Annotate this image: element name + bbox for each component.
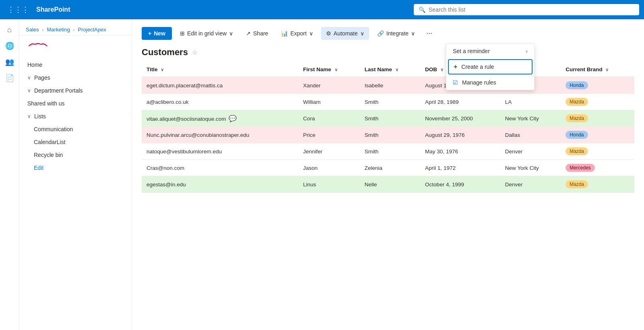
edit-grid-button[interactable]: ⊞ Edit in grid view ∨ [175, 27, 238, 40]
nav-shared-with-us[interactable]: Shared with us [19, 97, 132, 110]
new-button[interactable]: + New [142, 27, 172, 40]
col-brand-label: Current Brand [566, 66, 603, 72]
globe-icon-btn[interactable]: 🌐 [2, 39, 17, 53]
cell-lastname[interactable]: Nelle [360, 176, 420, 193]
cell-brand[interactable]: Mercedes [561, 160, 634, 176]
nav-communication[interactable]: Communication [19, 123, 132, 136]
automate-button[interactable]: ⚙ Automate ∨ [321, 27, 369, 40]
cell-lastname[interactable]: Zelenia [360, 160, 420, 176]
cell-office[interactable]: New York City [500, 110, 561, 127]
firstname-sort-icon: ∨ [334, 67, 338, 72]
cell-brand[interactable]: Honda [561, 127, 634, 143]
cell-firstname[interactable]: Jennifer [298, 143, 360, 160]
nav-home[interactable]: Home [19, 58, 132, 71]
share-button[interactable]: ↗ Share [241, 27, 273, 40]
search-input[interactable] [429, 6, 634, 13]
waffle-icon[interactable]: ⋮⋮⋮ [5, 3, 31, 16]
cell-brand[interactable]: Mazda [561, 176, 634, 193]
table-header-row: Title ∨ First Name ∨ Last Name ∨ DOB ∨ [142, 62, 634, 77]
cell-dob[interactable]: October 4, 1999 [420, 176, 500, 193]
search-icon: 🔍 [419, 6, 425, 13]
cell-email[interactable]: natoque@vestibulumlorem.edu [142, 143, 298, 160]
cell-brand[interactable]: Mazda [561, 94, 634, 110]
cell-firstname[interactable]: Linus [298, 176, 360, 193]
share-icon: ↗ [246, 30, 251, 37]
col-header-brand[interactable]: Current Brand ∨ [561, 62, 634, 77]
breadcrumb-projectapex[interactable]: ProjectApex [78, 27, 106, 33]
table-row[interactable]: a@aclibero.co.uk William Smith April 28,… [142, 94, 634, 110]
cell-brand[interactable]: Mazda [561, 143, 634, 160]
col-header-lastname[interactable]: Last Name ∨ [360, 62, 420, 77]
create-rule-item[interactable]: + Create a rule [448, 59, 533, 74]
table-row[interactable]: eget.dictum.placerat@mattis.ca Xander Is… [142, 77, 634, 94]
cell-firstname[interactable]: William [298, 94, 360, 110]
integrate-button[interactable]: 🔗 Integrate ∨ [372, 27, 420, 40]
brand-badge: Honda [566, 131, 588, 139]
nav-shared-label: Shared with us [27, 100, 65, 107]
app-title: SharePoint [36, 6, 70, 13]
page-icon-btn[interactable]: 📄 [2, 71, 17, 85]
automate-icon: ⚙ [326, 30, 331, 37]
cell-firstname[interactable]: Xander [298, 77, 360, 94]
cell-email[interactable]: egestas@in.edu [142, 176, 298, 193]
create-rule-label: Create a rule [461, 64, 494, 70]
cell-email[interactable]: eget.dictum.placerat@mattis.ca [142, 77, 298, 94]
breadcrumb-marketing[interactable]: Marketing [47, 27, 70, 33]
cell-dob[interactable]: August 29, 1976 [420, 127, 500, 143]
favorite-icon[interactable]: ☆ [192, 49, 198, 56]
cell-email[interactable]: Cras@non.com [142, 160, 298, 176]
export-button[interactable]: 📊 Export ∨ [276, 27, 318, 40]
cell-dob[interactable]: April 28, 1989 [420, 94, 500, 110]
cell-email[interactable]: a@aclibero.co.uk [142, 94, 298, 110]
cell-dob[interactable]: April 1, 1972 [420, 160, 500, 176]
table-row[interactable]: natoque@vestibulumlorem.edu Jennifer Smi… [142, 143, 634, 160]
cell-dob[interactable]: November 25, 2000 [420, 110, 500, 127]
breadcrumb-sales[interactable]: Sales [26, 27, 39, 33]
col-header-firstname[interactable]: First Name ∨ [298, 62, 360, 77]
nav-recycle-bin[interactable]: Recycle bin [19, 148, 132, 161]
table-row[interactable]: vitae.aliquet@sociisnatoque.com💬 Cora Sm… [142, 110, 634, 127]
nav-lists[interactable]: ∨ Lists [19, 110, 132, 123]
cell-email[interactable]: Nunc.pulvinar.arcu@conubianostraper.edu [142, 127, 298, 143]
cell-dob[interactable]: May 30, 1976 [420, 143, 500, 160]
cell-firstname[interactable]: Price [298, 127, 360, 143]
more-options-button[interactable]: ··· [423, 26, 436, 41]
nav-edit[interactable]: Edit [19, 161, 132, 174]
set-reminder-item[interactable]: Set a reminder › [446, 44, 534, 58]
cell-office[interactable]: New York City [500, 160, 561, 176]
nav-department-portals[interactable]: ∨ Department Portals [19, 84, 132, 97]
cell-office[interactable]: Denver [500, 176, 561, 193]
contacts-icon-btn[interactable]: 👥 [2, 55, 17, 69]
nav-calendar-list[interactable]: CalendarList [19, 136, 132, 148]
brand-badge: Mazda [566, 114, 588, 122]
table-row[interactable]: Nunc.pulvinar.arcu@conubianostraper.edu … [142, 127, 634, 143]
cell-brand[interactable]: Honda [561, 77, 634, 94]
cell-lastname[interactable]: Smith [360, 110, 420, 127]
manage-rules-label: Manage rules [462, 79, 496, 86]
nav-dept-portals-label: Department Portals [34, 87, 83, 94]
col-header-title[interactable]: Title ∨ [142, 62, 298, 77]
table-row[interactable]: Cras@non.com Jason Zelenia April 1, 1972… [142, 160, 634, 176]
nav-pages[interactable]: ∨ Pages [19, 71, 132, 84]
cell-email[interactable]: vitae.aliquet@sociisnatoque.com💬 [142, 110, 298, 127]
cell-lastname[interactable]: Isabelle [360, 77, 420, 94]
export-label: Export [290, 30, 306, 37]
cell-lastname[interactable]: Smith [360, 127, 420, 143]
dots-icon: ··· [426, 29, 432, 37]
manage-rules-item[interactable]: ☑ Manage rules [446, 75, 534, 90]
table-row[interactable]: egestas@in.edu Linus Nelle October 4, 19… [142, 176, 634, 193]
manage-rules-icon: ☑ [453, 79, 458, 86]
breadcrumb-sep-2: › [73, 27, 75, 33]
cell-office[interactable]: LA [500, 94, 561, 110]
edit-grid-chevron: ∨ [229, 30, 233, 37]
cell-lastname[interactable]: Smith [360, 94, 420, 110]
cell-office[interactable]: Denver [500, 143, 561, 160]
cell-brand[interactable]: Mazda [561, 110, 634, 127]
cell-lastname[interactable]: Smith [360, 143, 420, 160]
home-icon-btn[interactable]: ⌂ [2, 23, 17, 37]
pages-chevron-icon: ∨ [27, 75, 31, 80]
cell-firstname[interactable]: Jason [298, 160, 360, 176]
cell-firstname[interactable]: Cora [298, 110, 360, 127]
cell-office[interactable]: Dallas [500, 127, 561, 143]
new-plus-icon: + [148, 30, 151, 37]
